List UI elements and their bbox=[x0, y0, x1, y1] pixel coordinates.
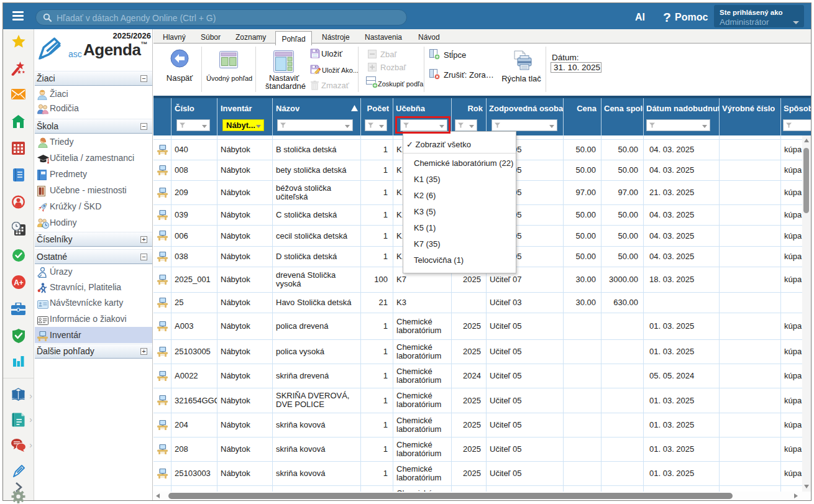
svg-text:A+: A+ bbox=[14, 278, 24, 287]
